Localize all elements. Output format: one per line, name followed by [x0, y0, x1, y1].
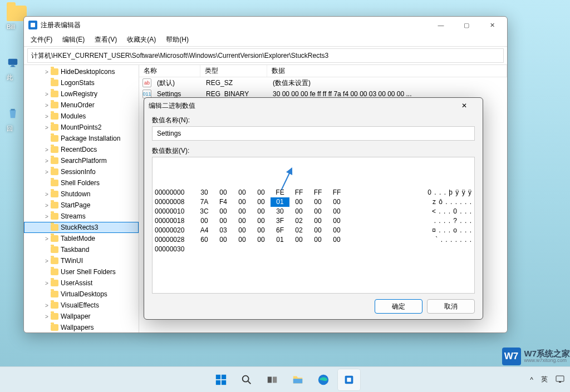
hex-byte[interactable]: 00	[233, 197, 252, 207]
tree-item[interactable]: Package Installation	[24, 133, 139, 144]
hex-byte[interactable]: 00	[308, 226, 327, 235]
hex-byte[interactable]: FF	[308, 188, 327, 197]
hex-byte[interactable]: 00	[195, 216, 214, 226]
address-bar[interactable]: 计算机\HKEY_CURRENT_USER\Software\Microsoft…	[27, 48, 504, 63]
hex-byte[interactable]: 00	[214, 216, 233, 226]
expand-chevron-icon[interactable]: >	[45, 69, 51, 75]
hex-row[interactable]: 00000018000000003F020000. . . . ? . . .	[155, 216, 472, 226]
menu-file[interactable]: 文件(F)	[26, 34, 57, 46]
dialog-close-button[interactable]: ✕	[461, 102, 478, 110]
tree-item[interactable]: Wallpapers	[24, 322, 139, 333]
hex-byte[interactable]: 00	[214, 235, 233, 245]
tree-item[interactable]: Taskband	[24, 244, 139, 255]
hex-bytes[interactable]: 000000003F020000	[195, 216, 405, 226]
tray-chevron-icon[interactable]: ^	[530, 376, 533, 384]
hex-row[interactable]: 000000103C00000030000000< . . . 0 . . .	[155, 207, 472, 216]
file-explorer-button[interactable]	[287, 369, 309, 390]
hex-byte[interactable]: FF	[327, 188, 346, 197]
hex-editor[interactable]: 0000000030000000FEFFFFFF0 . . . þ ÿ ÿ ÿ0…	[152, 157, 475, 294]
hex-bytes[interactable]	[195, 245, 405, 254]
edge-button[interactable]	[312, 369, 335, 390]
hex-bytes[interactable]: A40300006F020000	[195, 226, 405, 235]
value-name-input[interactable]: Settings	[152, 126, 475, 141]
tree-item[interactable]: >MenuOrder	[24, 100, 139, 111]
tree-item[interactable]: >RecentDocs	[24, 144, 139, 155]
expand-chevron-icon[interactable]: >	[45, 191, 51, 197]
hex-byte[interactable]: A4	[195, 226, 214, 235]
hex-byte[interactable]: 30	[195, 188, 214, 197]
hex-byte[interactable]: 00	[327, 216, 346, 226]
hex-byte[interactable]: 00	[214, 207, 233, 216]
expand-chevron-icon[interactable]: >	[45, 125, 51, 131]
hex-byte[interactable]: 30	[271, 207, 289, 216]
hex-byte[interactable]: 02	[289, 216, 308, 226]
expand-chevron-icon[interactable]: >	[45, 214, 51, 220]
hex-byte[interactable]: 00	[233, 216, 252, 226]
tree-item[interactable]: >LowRegistry	[24, 88, 139, 100]
hex-byte[interactable]: 00	[252, 235, 271, 245]
tree-item[interactable]: >Wallpaper	[24, 311, 139, 322]
hex-byte[interactable]: FF	[289, 188, 308, 197]
hex-row[interactable]: 00000020A40300006F020000¤ . . . o . . .	[155, 226, 472, 235]
menu-edit[interactable]: 编辑(E)	[58, 34, 89, 46]
hex-row[interactable]: 000000087AF4000001000000z ô . . . . . .	[155, 197, 472, 207]
tree-item[interactable]: >SessionInfo	[24, 166, 139, 177]
tree-item[interactable]: StuckRects3	[24, 222, 139, 233]
tree-item[interactable]: LogonStats	[24, 77, 139, 88]
hex-byte[interactable]: 00	[327, 197, 346, 207]
hex-row[interactable]: 00000030	[155, 245, 472, 254]
tree-item[interactable]: >HideDesktopIcons	[24, 66, 139, 77]
col-name[interactable]: 名称	[139, 65, 200, 77]
hex-byte[interactable]: F4	[214, 197, 233, 207]
hex-row[interactable]: 0000000030000000FEFFFFFF0 . . . þ ÿ ÿ ÿ	[155, 188, 472, 197]
hex-byte[interactable]: 00	[233, 235, 252, 245]
tree-item[interactable]: >UserAssist	[24, 277, 139, 289]
hex-byte[interactable]: 00	[233, 188, 252, 197]
hex-byte[interactable]: 00	[327, 235, 346, 245]
tree-panel[interactable]: >HideDesktopIconsLogonStats>LowRegistry>…	[24, 65, 139, 333]
ok-button[interactable]: 确定	[375, 299, 422, 314]
tree-item[interactable]: >SearchPlatform	[24, 155, 139, 166]
tree-item[interactable]: >MountPoints2	[24, 122, 139, 133]
hex-bytes[interactable]: 7AF4000001000000	[195, 197, 405, 207]
hex-byte[interactable]: 00	[252, 207, 271, 216]
expand-chevron-icon[interactable]: >	[45, 236, 51, 242]
tree-item[interactable]: >Shutdown	[24, 188, 139, 200]
hex-byte[interactable]: 00	[214, 188, 233, 197]
hex-byte[interactable]: 00	[233, 226, 252, 235]
hex-byte[interactable]: 00	[308, 235, 327, 245]
list-row[interactable]: ab(默认)REG_SZ(数值未设置)	[139, 77, 507, 88]
hex-bytes[interactable]: 6000000001000000	[195, 235, 405, 245]
hex-byte[interactable]: 03	[214, 226, 233, 235]
hex-byte[interactable]: 60	[195, 235, 214, 245]
hex-byte[interactable]: 6F	[271, 226, 289, 235]
search-button[interactable]	[235, 369, 258, 390]
expand-chevron-icon[interactable]: >	[45, 302, 51, 309]
col-data[interactable]: 数据	[267, 65, 507, 77]
registry-editor-taskbar-button[interactable]	[338, 369, 360, 390]
hex-byte[interactable]: 01	[271, 197, 289, 207]
close-button[interactable]: ✕	[479, 17, 505, 33]
hex-byte[interactable]: 00	[252, 216, 271, 226]
hex-byte[interactable]: 00	[252, 226, 271, 235]
expand-chevron-icon[interactable]: >	[45, 91, 51, 97]
expand-chevron-icon[interactable]: >	[45, 102, 51, 108]
expand-chevron-icon[interactable]: >	[45, 314, 51, 320]
col-type[interactable]: 类型	[200, 65, 267, 77]
hex-byte[interactable]: 00	[289, 197, 308, 207]
tree-item[interactable]: >Modules	[24, 111, 139, 122]
minimize-button[interactable]: —	[428, 17, 454, 33]
tree-item[interactable]: >Streams	[24, 211, 139, 222]
menu-view[interactable]: 查看(V)	[90, 34, 121, 46]
hex-byte[interactable]: 00	[327, 226, 346, 235]
hex-byte[interactable]: 01	[271, 235, 289, 245]
hex-byte[interactable]: 00	[233, 207, 252, 216]
maximize-button[interactable]: ▢	[454, 17, 479, 33]
hex-byte[interactable]: 3C	[195, 207, 214, 216]
expand-chevron-icon[interactable]: >	[45, 113, 51, 120]
hex-byte[interactable]: 00	[289, 207, 308, 216]
expand-chevron-icon[interactable]: >	[45, 147, 51, 153]
cancel-button[interactable]: 取消	[427, 299, 475, 314]
tree-item[interactable]: >TabletMode	[24, 233, 139, 244]
hex-byte[interactable]: 00	[327, 207, 346, 216]
